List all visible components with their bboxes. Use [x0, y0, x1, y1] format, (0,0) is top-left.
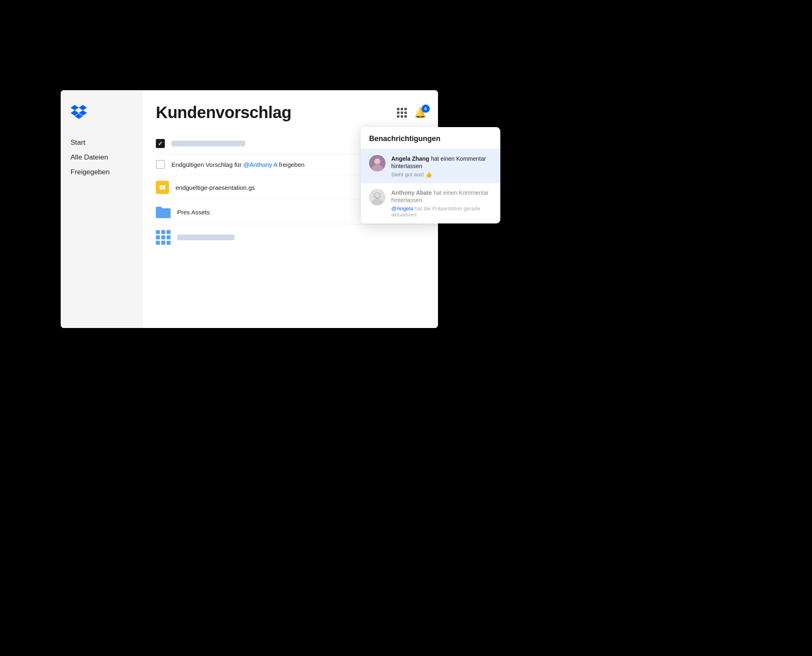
- file-name: endgueltige-praesentation.gs: [176, 184, 255, 191]
- file-name-bar-short-placeholder: [177, 235, 235, 240]
- notification-item-anthony[interactable]: Anthony Abate hat einen Kommentar hinter…: [361, 183, 500, 223]
- notification-preview-anthony: @Angela hat die Präsentation gerade aktu…: [391, 205, 492, 218]
- svg-rect-11: [161, 241, 165, 245]
- grid-app-icon: [156, 230, 171, 245]
- list-item-app: [156, 224, 427, 251]
- svg-rect-4: [156, 230, 160, 234]
- folder-name: Pres Assets: [177, 209, 210, 216]
- notification-content-anthony: Anthony Abate hat einen Kommentar hinter…: [391, 189, 492, 218]
- notifications-title: Benachrichtigungen: [361, 127, 500, 149]
- avatar-anthony: [369, 189, 385, 205]
- avatar-angela: [369, 155, 385, 171]
- svg-rect-8: [161, 235, 165, 239]
- notification-sender-anthony: Anthony Abate hat einen Kommentar hinter…: [391, 189, 492, 204]
- folder-icon: [156, 206, 171, 218]
- svg-rect-7: [156, 235, 160, 239]
- task-label: Endgültigen Vorschlag für @Anthony A fre…: [171, 161, 305, 168]
- svg-rect-12: [167, 241, 171, 245]
- checkbox-checked[interactable]: [156, 139, 165, 148]
- header-row: Kundenvorschlag 🔔 6: [156, 103, 427, 122]
- svg-point-20: [375, 193, 380, 198]
- sidebar: Start Alle Dateien Freigegeben: [61, 90, 143, 328]
- svg-point-16: [375, 159, 380, 164]
- file-name-bar-placeholder: [171, 141, 245, 146]
- dropbox-logo: [71, 105, 133, 121]
- notification-content-angela: Angela Zhang hat einen Kommentar hinterl…: [391, 155, 492, 178]
- grid-dots-visual: [397, 108, 407, 118]
- sidebar-item-start[interactable]: Start: [71, 137, 133, 148]
- svg-rect-6: [167, 230, 171, 234]
- apps-grid-icon[interactable]: [396, 107, 408, 118]
- notifications-panel: Benachrichtigungen Angela Zhang hat eine…: [361, 127, 500, 223]
- notification-item-angela[interactable]: Angela Zhang hat einen Kommentar hinterl…: [361, 149, 500, 183]
- page-title: Kundenvorschlag: [156, 103, 291, 122]
- sidebar-item-alle-dateien[interactable]: Alle Dateien: [71, 152, 133, 163]
- svg-rect-5: [161, 230, 165, 234]
- notification-sender-angela: Angela Zhang hat einen Kommentar hinterl…: [391, 155, 492, 170]
- notifications-bell[interactable]: 🔔 6: [414, 107, 427, 118]
- svg-rect-9: [167, 235, 171, 239]
- notification-preview-angela: Sieht gut aus! 👍: [391, 171, 492, 178]
- notification-badge: 6: [422, 105, 430, 113]
- google-slides-icon: [156, 181, 169, 194]
- mention-link[interactable]: @Angela: [391, 205, 413, 212]
- svg-rect-10: [156, 241, 160, 245]
- checkbox-unchecked[interactable]: [156, 160, 165, 169]
- anthony-link[interactable]: @Anthony A: [243, 161, 277, 168]
- sidebar-item-freigegeben[interactable]: Freigegeben: [71, 166, 133, 178]
- svg-rect-3: [156, 209, 171, 218]
- header-icons: 🔔 6: [396, 107, 427, 118]
- sidebar-nav: Start Alle Dateien Freigegeben: [71, 137, 133, 178]
